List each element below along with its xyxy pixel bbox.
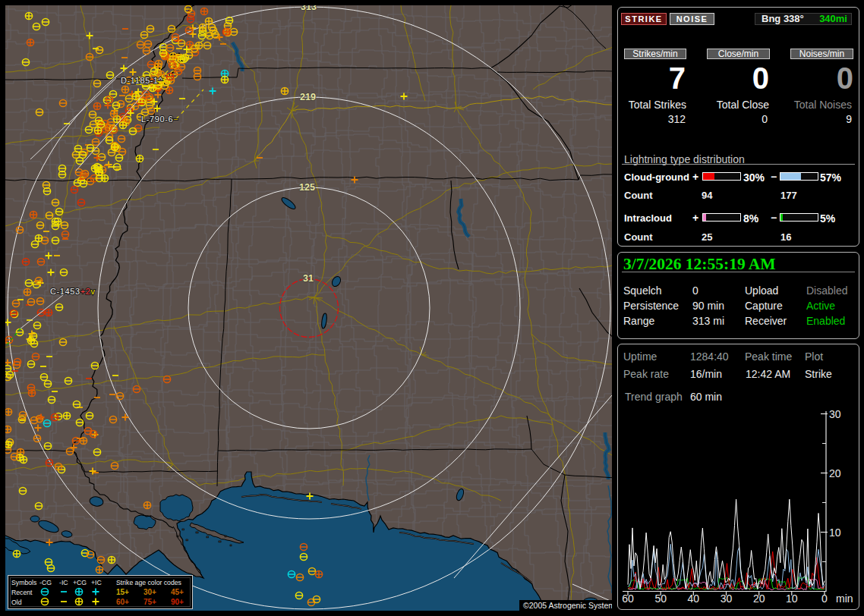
svg-text:30: 30 — [829, 408, 841, 420]
svg-text:50: 50 — [654, 592, 667, 605]
svg-text:30: 30 — [721, 592, 733, 605]
svg-text:0: 0 — [821, 592, 828, 605]
svg-text:20: 20 — [829, 467, 841, 479]
svg-text:20: 20 — [753, 592, 765, 605]
svg-text:min: min — [836, 592, 853, 605]
svg-text:60: 60 — [622, 592, 634, 605]
svg-text:10: 10 — [786, 592, 798, 605]
svg-text:40: 40 — [688, 592, 700, 605]
svg-text:10: 10 — [829, 526, 841, 539]
